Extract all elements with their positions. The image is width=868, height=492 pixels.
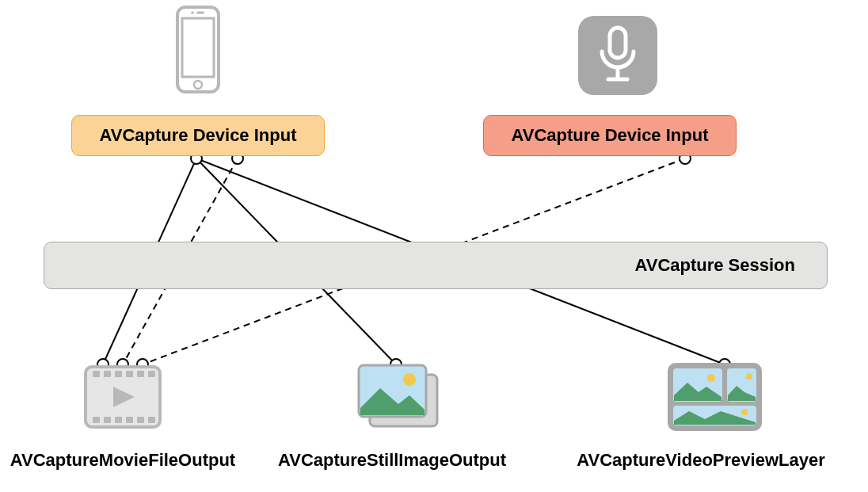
svg-rect-34 bbox=[148, 417, 155, 423]
preview-grid-icon bbox=[665, 360, 764, 437]
svg-point-16 bbox=[191, 11, 194, 14]
microphone-icon bbox=[578, 16, 657, 98]
svg-rect-28 bbox=[148, 371, 155, 377]
output-movie-label: AVCaptureMovieFileOutput bbox=[4, 450, 242, 471]
output-still-label: AVCaptureStillImageOutput bbox=[253, 450, 531, 471]
svg-rect-17 bbox=[196, 12, 204, 14]
svg-rect-24 bbox=[104, 371, 111, 377]
phone-icon bbox=[174, 4, 222, 98]
capture-session-label: AVCapture Session bbox=[634, 255, 795, 276]
device-input-right-label: AVCapture Device Input bbox=[512, 125, 709, 146]
svg-rect-14 bbox=[182, 18, 214, 77]
svg-rect-29 bbox=[93, 417, 100, 423]
device-input-left: AVCapture Device Input bbox=[71, 115, 325, 156]
svg-point-15 bbox=[194, 81, 202, 89]
svg-rect-27 bbox=[137, 371, 144, 377]
svg-rect-30 bbox=[104, 417, 111, 423]
svg-point-38 bbox=[403, 373, 416, 386]
output-preview-label: AVCaptureVideoPreviewLayer bbox=[539, 450, 863, 471]
svg-point-45 bbox=[741, 409, 748, 415]
svg-rect-32 bbox=[126, 417, 133, 423]
svg-point-43 bbox=[746, 373, 752, 379]
svg-rect-26 bbox=[126, 371, 133, 377]
photo-stack-icon bbox=[352, 360, 444, 437]
svg-rect-33 bbox=[137, 417, 144, 423]
svg-rect-31 bbox=[115, 417, 122, 423]
device-input-left-label: AVCapture Device Input bbox=[100, 125, 297, 146]
svg-rect-25 bbox=[115, 371, 122, 377]
capture-session-bar: AVCapture Session bbox=[44, 242, 828, 289]
svg-point-41 bbox=[707, 374, 715, 382]
svg-rect-13 bbox=[177, 7, 219, 92]
svg-rect-23 bbox=[93, 371, 100, 377]
device-input-right: AVCapture Device Input bbox=[483, 115, 737, 156]
film-strip-icon bbox=[83, 364, 162, 433]
